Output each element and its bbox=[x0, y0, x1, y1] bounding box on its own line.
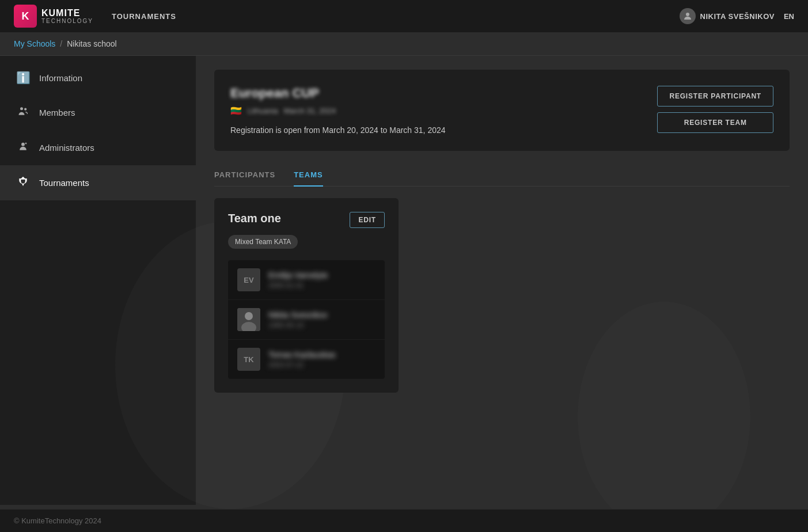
sidebar-item-information[interactable]: ℹ️ Information bbox=[0, 60, 196, 95]
nav-left: K KUMITE TECHNOLOGY TOURNAMENTS bbox=[14, 5, 176, 28]
svg-point-2 bbox=[24, 108, 26, 111]
tournament-location: Lithuania bbox=[248, 107, 278, 115]
main-layout: ℹ️ Information Members Administrators To… bbox=[0, 56, 808, 505]
team-card: Team one EDIT Mixed Team KATA EV Emilija… bbox=[214, 198, 399, 393]
tab-participants[interactable]: PARTICIPANTS bbox=[214, 165, 275, 186]
breadcrumb: My Schools / Nikitas school bbox=[0, 32, 808, 56]
member-item-2: TK Tomas Kazlauskas 2003-07-22 bbox=[228, 340, 385, 379]
logo-text: KUMITE TECHNOLOGY bbox=[41, 8, 93, 25]
nav-tournaments[interactable]: TOURNAMENTS bbox=[112, 12, 176, 21]
user-name: NIKITA SVEŠNIKOV bbox=[700, 12, 775, 21]
logo-technology: TECHNOLOGY bbox=[41, 18, 93, 24]
member-details-0: Emilija Varnelyte 2005-01-01 bbox=[268, 271, 328, 290]
sidebar-label-information: Information bbox=[39, 73, 82, 83]
tournament-meta: 🇱🇹 Lithuania March 31, 2024 bbox=[230, 105, 446, 116]
svg-point-3 bbox=[21, 143, 25, 146]
tournament-flag: 🇱🇹 bbox=[230, 105, 242, 116]
sidebar-label-administrators: Administrators bbox=[39, 143, 94, 153]
user-info[interactable]: NIKITA SVEŠNIKOV bbox=[680, 8, 775, 24]
member-name-1: Nikita Svesnikov bbox=[268, 310, 328, 320]
sidebar: ℹ️ Information Members Administrators To… bbox=[0, 56, 196, 505]
breadcrumb-separator: / bbox=[60, 39, 62, 48]
logo[interactable]: K KUMITE TECHNOLOGY bbox=[14, 5, 93, 28]
edit-team-button[interactable]: EDIT bbox=[350, 212, 385, 228]
member-sub-0: 2005-01-01 bbox=[268, 282, 328, 290]
svg-point-1 bbox=[20, 107, 23, 110]
tournament-info: European CUP 🇱🇹 Lithuania March 31, 2024… bbox=[230, 86, 446, 135]
svg-point-0 bbox=[686, 13, 689, 16]
sidebar-item-tournaments[interactable]: Tournaments bbox=[0, 165, 196, 200]
members-icon bbox=[16, 105, 30, 120]
content-area: European CUP 🇱🇹 Lithuania March 31, 2024… bbox=[196, 56, 808, 505]
tournament-title: European CUP bbox=[230, 86, 446, 101]
sidebar-label-members: Members bbox=[39, 108, 75, 117]
breadcrumb-current: Nikitas school bbox=[67, 39, 116, 48]
register-participant-button[interactable]: REGISTER PARTICIPANT bbox=[657, 86, 773, 107]
member-list: EV Emilija Varnelyte 2005-01-01 bbox=[228, 260, 385, 379]
logo-icon: K bbox=[14, 5, 37, 28]
member-name-0: Emilija Varnelyte bbox=[268, 271, 328, 280]
trophy-icon bbox=[16, 176, 30, 190]
member-item-1: Nikita Svesnikov 1995-05-10 bbox=[228, 300, 385, 340]
sidebar-item-administrators[interactable]: Administrators bbox=[0, 130, 196, 165]
footer: © KumiteTechnology 2024 bbox=[0, 509, 808, 532]
team-name: Team one bbox=[228, 212, 281, 225]
member-item-0: EV Emilija Varnelyte 2005-01-01 bbox=[228, 260, 385, 300]
svg-point-5 bbox=[245, 312, 253, 320]
member-avatar-2: TK bbox=[237, 348, 260, 371]
language-selector[interactable]: EN bbox=[784, 12, 794, 21]
member-details-1: Nikita Svesnikov 1995-05-10 bbox=[268, 310, 328, 329]
sidebar-item-members[interactable]: Members bbox=[0, 95, 196, 130]
tournament-card: European CUP 🇱🇹 Lithuania March 31, 2024… bbox=[214, 70, 790, 151]
info-icon: ℹ️ bbox=[16, 71, 30, 85]
member-details-2: Tomas Kazlauskas 2003-07-22 bbox=[268, 350, 336, 369]
register-team-button[interactable]: REGISTER TEAM bbox=[657, 112, 773, 133]
team-category-badge: Mixed Team KATA bbox=[228, 235, 298, 249]
tab-teams[interactable]: TEAMS bbox=[294, 165, 323, 186]
sidebar-label-tournaments: Tournaments bbox=[39, 178, 89, 188]
breadcrumb-my-schools[interactable]: My Schools bbox=[14, 39, 55, 48]
top-navigation: K KUMITE TECHNOLOGY TOURNAMENTS NIKITA S… bbox=[0, 0, 808, 32]
tournament-actions: REGISTER PARTICIPANT REGISTER TEAM bbox=[657, 86, 773, 133]
tournament-registration: Registration is open from March 20, 2024… bbox=[230, 126, 446, 135]
logo-kumite: KUMITE bbox=[41, 8, 93, 18]
member-sub-2: 2003-07-22 bbox=[268, 361, 336, 369]
member-avatar-1 bbox=[237, 308, 260, 331]
member-sub-1: 1995-05-10 bbox=[268, 321, 328, 329]
footer-text: © KumiteTechnology 2024 bbox=[14, 516, 101, 525]
member-name-2: Tomas Kazlauskas bbox=[268, 350, 336, 359]
team-card-header: Team one EDIT bbox=[228, 212, 385, 228]
tabs-bar: PARTICIPANTS TEAMS bbox=[214, 165, 790, 187]
bg-decoration-2 bbox=[578, 302, 750, 532]
member-avatar-0: EV bbox=[237, 268, 260, 291]
user-avatar-icon bbox=[680, 8, 696, 24]
admin-icon bbox=[16, 140, 30, 155]
tournament-date: March 31, 2024 bbox=[284, 107, 336, 115]
nav-right: NIKITA SVEŠNIKOV EN bbox=[680, 8, 794, 24]
